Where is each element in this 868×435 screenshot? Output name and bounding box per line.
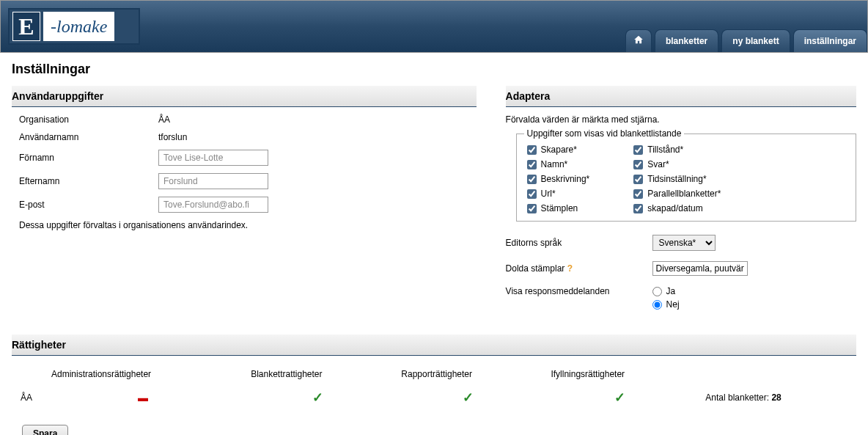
radio-ja[interactable]: Ja [652, 286, 680, 296]
content: Inställningar Användaruppgifter Organisa… [0, 53, 868, 435]
email-input[interactable] [158, 197, 268, 213]
editor-lang-select[interactable]: Svenska* [652, 235, 716, 251]
rights-header-admin: Administrationsrättigheter [44, 365, 242, 384]
checkbox-skapare[interactable]: Skapare* [527, 145, 590, 155]
rights-header-org [13, 365, 43, 384]
home-icon [633, 34, 644, 47]
firstname-input[interactable] [158, 150, 268, 166]
hidden-stamps-input[interactable] [652, 261, 748, 276]
checkbox-parallellblanketter[interactable]: Parallellblanketter* [633, 189, 721, 199]
dash-icon: ▬ [138, 392, 148, 403]
firstname-label: Förnamn [19, 153, 158, 163]
radio-nej[interactable]: Nej [652, 299, 680, 310]
checkbox-stamplen[interactable]: Stämplen [527, 203, 590, 213]
save-button[interactable]: Spara [22, 425, 68, 435]
rights-section-header: Rättigheter [12, 335, 856, 356]
rights-table: Administrationsrättigheter Blankettratti… [12, 363, 856, 412]
checkbox-namn[interactable]: Namn* [527, 159, 590, 169]
tab-ny-blankett[interactable]: ny blankett [721, 29, 790, 52]
tab-blanketter[interactable]: blanketter [655, 29, 718, 52]
help-icon[interactable]: ? [567, 263, 573, 274]
header-bar: E -lomake blanketter ny blankett inställ… [0, 0, 868, 53]
tab-installningar[interactable]: inställningar [793, 29, 867, 52]
rights-count: Antal blanketter: 28 [698, 385, 855, 410]
logo-letter: E [12, 12, 40, 41]
show-response-label: Visa responsmeddelanden [506, 286, 652, 296]
logo-text: -lomake [43, 12, 114, 41]
rights-org: ÅA [13, 385, 43, 410]
rights-header-count [698, 365, 855, 384]
rights-row: ÅA ▬ ✓ ✓ ✓ Antal blanketter: 28 [13, 385, 855, 410]
email-label: E-post [19, 200, 158, 210]
logo: E -lomake [8, 8, 140, 45]
checkbox-svar[interactable]: Svar* [633, 159, 721, 169]
adapt-note: Förvalda värden är märkta med stjärna. [506, 114, 856, 125]
checkbox-beskrivning[interactable]: Beskrivning* [527, 174, 590, 184]
check-icon: ✓ [312, 390, 323, 405]
lastname-input[interactable] [158, 173, 268, 189]
rights-header-rapport: Rapporträttigheter [394, 365, 542, 384]
check-icon: ✓ [463, 390, 474, 405]
fieldset-box: Uppgifter som visas vid blankettlistande… [516, 134, 856, 222]
nav-tabs: blanketter ny blankett inställningar [625, 29, 867, 52]
username-value: tforslun [158, 132, 187, 142]
organisation-label: Organisation [19, 114, 158, 125]
rights-header-blankett: Blankettrattigheter [243, 365, 392, 384]
user-section-header: Användaruppgifter [12, 86, 477, 107]
hidden-stamps-label: Dolda stämplar [506, 263, 565, 274]
fieldset-legend: Uppgifter som visas vid blankettlistande [524, 128, 685, 139]
editor-lang-label: Editorns språk [506, 238, 652, 248]
lastname-label: Efternamn [19, 176, 158, 186]
organisation-value: ÅA [158, 114, 170, 125]
checkbox-url[interactable]: Url* [527, 189, 590, 199]
username-label: Användarnamn [19, 132, 158, 142]
rights-header-ifyllning: Ifyllningsrättigheter [543, 365, 696, 384]
user-note: Dessa uppgifter förvaltas i organisation… [19, 220, 477, 230]
adapt-section-header: Adaptera [506, 86, 856, 107]
checkbox-tillstand[interactable]: Tillstånd* [633, 145, 721, 155]
page-title: Inställningar [12, 62, 856, 77]
check-icon: ✓ [614, 390, 625, 405]
checkbox-skapad-datum[interactable]: skapad/datum [633, 203, 721, 213]
checkbox-tidsinstallning[interactable]: Tidsinställning* [633, 174, 721, 184]
tab-home[interactable] [625, 29, 652, 52]
